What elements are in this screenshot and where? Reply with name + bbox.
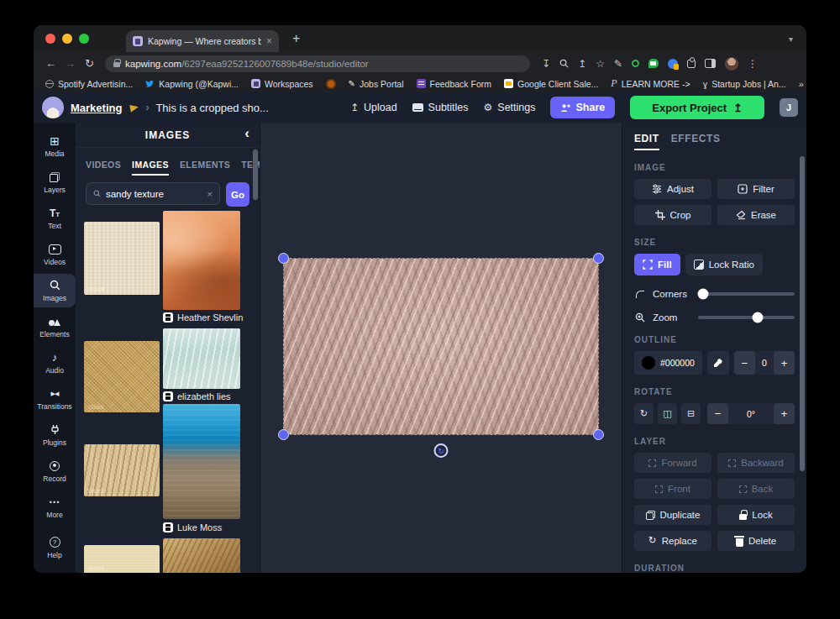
result-thumbnail-orange-dune[interactable] xyxy=(163,211,240,310)
install-app-icon[interactable]: ↧ xyxy=(542,59,550,69)
inspector-scrollbar[interactable] xyxy=(800,156,805,471)
sidebar-item-more[interactable]: ⋯More xyxy=(34,490,76,524)
clear-search-icon[interactable]: × xyxy=(207,189,213,199)
sidebar-item-record[interactable]: Record xyxy=(34,454,76,488)
settings-button[interactable]: ⚙Settings xyxy=(484,102,536,113)
tab-videos[interactable]: VIDEOS xyxy=(86,160,121,176)
sidebar-item-images[interactable]: Images xyxy=(34,274,76,307)
panel-scrollbar[interactable] xyxy=(253,150,258,200)
selected-sand-image[interactable]: ↻ xyxy=(283,258,599,435)
eyedropper-button[interactable] xyxy=(707,351,729,375)
zoom-slider-thumb[interactable] xyxy=(753,312,764,323)
rotate-90-button[interactable]: ↻ xyxy=(634,403,654,424)
editor-canvas[interactable]: ↻ xyxy=(260,123,622,573)
share-button[interactable]: Share xyxy=(550,97,615,118)
bookmark-kapwing-twitter[interactable]: Kapwing (@Kapwi... xyxy=(145,79,239,89)
lock-ratio-button[interactable]: Lock Ratio xyxy=(685,254,763,275)
account-avatar[interactable]: J xyxy=(780,98,798,117)
rotate-minus-button[interactable]: − xyxy=(707,403,728,424)
corners-slider[interactable] xyxy=(698,292,795,296)
subtitles-button[interactable]: Subtitles xyxy=(412,102,469,113)
bookmarks-overflow-chevron[interactable]: » xyxy=(799,79,804,89)
target-extension-icon[interactable] xyxy=(632,60,639,67)
lock-button[interactable]: Lock xyxy=(717,505,795,525)
project-title[interactable]: This is a cropped sho... xyxy=(155,102,268,114)
tab-search-chevron-icon[interactable]: ▾ xyxy=(789,34,793,44)
collapse-panel-chevron[interactable]: ‹ xyxy=(244,125,249,142)
bookmark-learn-more[interactable]: PLEARN MORE -> xyxy=(611,77,690,90)
filter-button[interactable]: Filter xyxy=(717,179,795,199)
resize-handle-top-left[interactable] xyxy=(278,253,289,264)
ssl-lock-icon[interactable] xyxy=(113,62,120,67)
zoom-slider[interactable] xyxy=(698,316,795,319)
result-thumbnail-dune-ripples[interactable] xyxy=(163,538,240,573)
crop-button[interactable]: Crop xyxy=(634,205,711,225)
chat-extension-icon[interactable] xyxy=(648,59,659,68)
bookmark-workspaces[interactable]: Workspaces xyxy=(251,79,313,89)
outline-width-minus-button[interactable]: − xyxy=(734,351,755,375)
delete-button[interactable]: Delete xyxy=(717,531,795,551)
outline-width-plus-button[interactable]: + xyxy=(774,351,795,375)
search-input[interactable] xyxy=(106,189,202,199)
result-thumbnail-pale-sand[interactable]: iStock xyxy=(84,545,160,573)
rotate-handle[interactable]: ↻ xyxy=(434,443,449,458)
password-extension-icon[interactable] xyxy=(668,59,678,69)
close-window-button[interactable] xyxy=(45,34,55,44)
address-bar[interactable]: kapwing.com/6297eaa9252126007689b48e/stu… xyxy=(105,55,530,72)
tab-edit[interactable]: EDIT xyxy=(634,133,659,150)
result-thumbnail-coarse-sand[interactable]: iStock xyxy=(84,341,160,412)
sidebar-item-text[interactable]: TTText xyxy=(34,202,76,235)
erase-button[interactable]: Erase xyxy=(717,205,795,225)
bookmark-startup-jobs[interactable]: ɣStartup Jobs | An... xyxy=(703,79,786,89)
resize-handle-bottom-left[interactable] xyxy=(278,429,289,440)
sidebar-item-media[interactable]: ⊞Media xyxy=(34,129,76,163)
result-thumbnail-rippled-sand[interactable]: iStock xyxy=(84,444,160,496)
sidebar-item-layers[interactable]: Layers xyxy=(34,165,76,199)
resize-handle-top-right[interactable] xyxy=(593,253,604,264)
sidebar-item-transitions[interactable]: ▶◀Transitions xyxy=(34,382,76,416)
bookmark-feedback-form[interactable]: Feedback Form xyxy=(417,79,492,89)
browser-tab[interactable]: Kapwing — Where creators bri... × xyxy=(126,30,279,52)
browser-menu-kebab-icon[interactable]: ⋮ xyxy=(748,59,758,69)
share-page-icon[interactable]: ↥ xyxy=(578,59,586,69)
tab-images[interactable]: IMAGES xyxy=(132,160,169,176)
workspace-link[interactable]: Marketing xyxy=(71,102,122,114)
resize-handle-bottom-right[interactable] xyxy=(593,429,604,440)
rotate-plus-button[interactable]: + xyxy=(774,403,795,424)
new-tab-button[interactable]: + xyxy=(292,32,300,45)
flip-vertical-button[interactable]: ⊟ xyxy=(681,403,701,424)
browser-profile-avatar[interactable] xyxy=(725,57,738,71)
pencil-extension-icon[interactable]: ✎ xyxy=(614,59,622,69)
sidebar-item-videos[interactable]: Videos xyxy=(34,238,76,271)
tab-close-icon[interactable]: × xyxy=(266,36,272,46)
bookmark-orange-badge[interactable] xyxy=(326,79,336,89)
bookmark-jobs-portal[interactable]: ✎Jobs Portal xyxy=(349,79,404,89)
bookmark-star-icon[interactable]: ☆ xyxy=(596,59,605,69)
zoom-search-icon[interactable] xyxy=(559,59,569,68)
result-thumbnail-blurred-beach[interactable] xyxy=(163,404,240,519)
fill-button[interactable]: Fill xyxy=(634,254,680,275)
back-button[interactable]: ← xyxy=(42,58,60,69)
workspace-avatar[interactable] xyxy=(42,97,64,118)
bookmark-spotify[interactable]: Spotify Advertisin... xyxy=(45,79,133,89)
sidebar-item-help[interactable]: ?Help xyxy=(34,531,76,564)
bookmark-google-client[interactable]: Google Client Sale... xyxy=(504,79,598,89)
export-project-button[interactable]: Export Project↥ xyxy=(630,96,764,119)
extensions-puzzle-icon[interactable] xyxy=(687,60,696,68)
outline-color-button[interactable]: #000000 xyxy=(634,351,702,375)
minimize-window-button[interactable] xyxy=(62,34,72,44)
zoom-window-button[interactable] xyxy=(79,34,89,44)
search-go-button[interactable]: Go xyxy=(226,182,249,207)
flip-horizontal-button[interactable]: ◫ xyxy=(658,403,677,424)
side-panel-icon[interactable] xyxy=(705,59,716,68)
sidebar-item-elements[interactable]: Elements xyxy=(34,310,76,344)
replace-button[interactable]: ↻Replace xyxy=(634,531,711,551)
sidebar-item-plugins[interactable]: Plugins xyxy=(34,418,76,452)
upload-button[interactable]: ↥Upload xyxy=(350,102,397,113)
duplicate-button[interactable]: Duplicate xyxy=(634,505,711,525)
sidebar-item-audio[interactable]: ♪Audio xyxy=(34,346,76,380)
tab-effects[interactable]: EFFECTS xyxy=(671,133,721,150)
reload-button[interactable]: ↻ xyxy=(81,58,98,69)
result-thumbnail-sea-foam[interactable] xyxy=(163,328,240,389)
search-box[interactable]: × xyxy=(86,182,220,205)
